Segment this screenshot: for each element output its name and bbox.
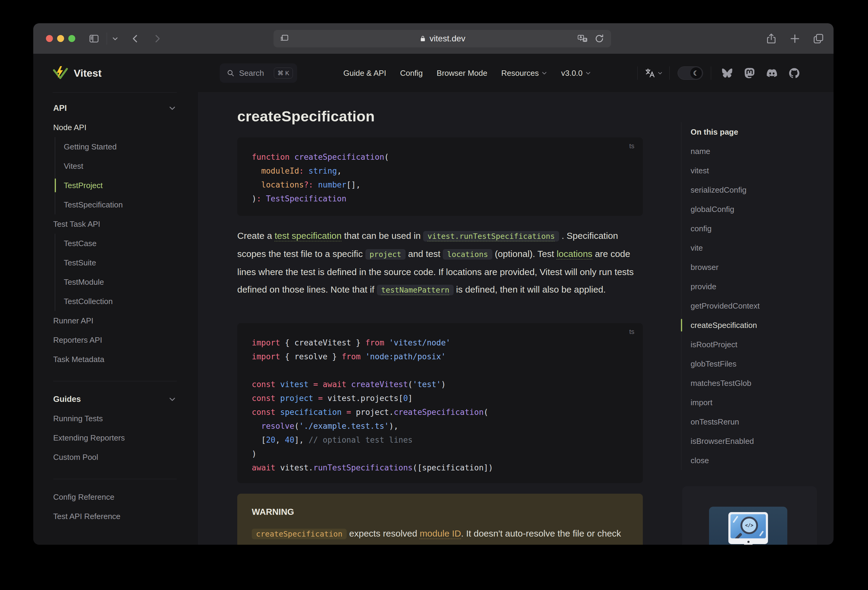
toc-item-serializedconfig[interactable]: serializedConfig — [691, 180, 814, 200]
code-token — [304, 166, 309, 175]
nav-dropdown-label: v3.0.0 — [561, 69, 583, 78]
dark-mode-toggle[interactable]: ☾ — [678, 66, 703, 80]
discord-icon[interactable] — [767, 68, 777, 78]
sidebar-section-guides[interactable]: Guides — [33, 390, 198, 409]
nav-dropdown-resources[interactable]: Resources — [501, 69, 547, 78]
sidebar-item-task-metadata[interactable]: Task Metadata — [33, 350, 198, 369]
toc-item-name[interactable]: name — [691, 141, 814, 161]
page-settings-icon[interactable] — [280, 34, 289, 44]
toc-item-vitest[interactable]: vitest — [691, 161, 814, 180]
sidebar-item-node-api[interactable]: Node API — [33, 118, 198, 137]
sidebar-section-title: Guides — [53, 395, 81, 404]
sidebar-item-extending-reporters[interactable]: Extending Reporters — [33, 428, 198, 447]
toc-title: On this page — [691, 122, 814, 141]
code-lines: import { createVitest } from 'vitest/nod… — [237, 323, 643, 475]
sidebar-item-getting-started[interactable]: Getting Started — [55, 137, 198, 156]
mastodon-icon[interactable] — [744, 68, 755, 78]
code-token: ([ — [413, 463, 422, 472]
share-icon[interactable] — [765, 32, 777, 45]
code-token: vitest. — [280, 463, 313, 472]
toc-item-globtestfiles[interactable]: globTestFiles — [691, 354, 814, 374]
toc-item-isbrowserenabled[interactable]: isBrowserEnabled — [691, 431, 814, 451]
language-menu[interactable] — [644, 68, 663, 78]
code-token: = — [346, 408, 351, 417]
doc-link-locations[interactable]: locations — [557, 249, 592, 259]
sidebar-item-reporters-api[interactable]: Reporters API — [33, 330, 198, 350]
sidebar-item-testcase[interactable]: TestCase — [55, 234, 198, 253]
code-token: ] — [408, 394, 413, 403]
toc-item-vite[interactable]: vite — [691, 238, 814, 257]
close-window-button[interactable] — [46, 35, 53, 42]
moon-icon: ☾ — [690, 67, 702, 79]
nav-link-guide-api[interactable]: Guide & API — [343, 69, 386, 78]
browser-sidebar-toggle-icon[interactable] — [89, 23, 99, 54]
sponsor-card[interactable]: </> — [682, 486, 817, 545]
code-token — [346, 380, 351, 389]
toc-item-import[interactable]: import — [691, 393, 814, 412]
monitor-graphic: </> — [728, 512, 768, 544]
search-input[interactable]: Search ⌘ K — [220, 63, 297, 83]
bluesky-icon[interactable] — [722, 68, 732, 78]
code-token: } — [351, 338, 365, 347]
code-token: project. — [356, 408, 394, 417]
sidebar-item-test-api-reference[interactable]: Test API Reference — [33, 507, 198, 526]
code-token: : — [299, 166, 304, 175]
toc-item-matchestestglob[interactable]: matchesTestGlob — [691, 374, 814, 393]
translate-page-icon[interactable] — [577, 34, 588, 44]
brand-name: Vitest — [74, 67, 102, 79]
inline-code-link-vitest-runtestspecifications[interactable]: vitest.runTestSpecifications — [423, 231, 559, 241]
doc-link-module-id[interactable]: module ID — [420, 528, 461, 539]
sidebar-item-vitest[interactable]: Vitest — [55, 156, 198, 176]
code-line: await vitest.runTestSpecifications([spec… — [252, 461, 634, 475]
text-run: expects resolved — [347, 528, 420, 539]
sidebar-item-testmodule[interactable]: TestModule — [55, 272, 198, 292]
sidebar-item-runner-api[interactable]: Runner API — [33, 311, 198, 330]
sidebar-item-testproject[interactable]: TestProject — [55, 176, 198, 195]
nav-link-config[interactable]: Config — [400, 69, 423, 78]
sidebar-item-testcollection[interactable]: TestCollection — [55, 292, 198, 311]
sidebar: Vitest APINode APIGetting StartedVitestT… — [33, 54, 198, 545]
toc-item-browser[interactable]: browser — [691, 257, 814, 277]
tab-overview-icon[interactable] — [812, 32, 824, 45]
sidebar-item-running-tests[interactable]: Running Tests — [33, 409, 198, 428]
minimize-window-button[interactable] — [57, 35, 64, 42]
toc-item-close[interactable]: close — [691, 451, 814, 470]
forward-button-icon[interactable] — [151, 23, 163, 54]
toc-item-getprovidedcontext[interactable]: getProvidedContext — [691, 296, 814, 316]
new-tab-icon[interactable] — [789, 32, 801, 45]
code-token: 20 — [266, 436, 275, 444]
sidebar-item-testspecification[interactable]: TestSpecification — [55, 195, 198, 214]
sidebar-section-api[interactable]: API — [33, 99, 198, 118]
address-bar[interactable]: vitest.dev — [273, 30, 611, 47]
code-token: [ — [252, 436, 266, 444]
toc-item-config[interactable]: config — [691, 219, 814, 238]
toc-item-provide[interactable]: provide — [691, 277, 814, 296]
nav-dropdown-v3-0-0[interactable]: v3.0.0 — [561, 69, 591, 78]
search-placeholder: Search — [239, 69, 264, 78]
zoom-window-button[interactable] — [68, 35, 75, 42]
url-text[interactable]: vitest.dev — [430, 34, 465, 44]
code-token — [275, 463, 280, 472]
github-icon[interactable] — [789, 68, 799, 78]
toc-item-ontestsrerun[interactable]: onTestsRerun — [691, 412, 814, 431]
doc-link-test-specification[interactable]: test specification — [275, 231, 341, 241]
sidebar-item-custom-pool[interactable]: Custom Pool — [33, 447, 198, 467]
back-button-icon[interactable] — [129, 23, 142, 54]
sidebar-item-testsuite[interactable]: TestSuite — [55, 253, 198, 272]
code-token: { — [280, 352, 294, 361]
code-line: resolve('./example.test.ts'), — [252, 419, 634, 433]
inline-code-link-testnamepattern[interactable]: testNamePattern — [377, 285, 454, 295]
code-token — [252, 422, 261, 431]
brand-logo[interactable]: Vitest — [33, 54, 198, 93]
toc-item-createspecification[interactable]: createSpecification — [691, 316, 814, 335]
code-token: 0 — [403, 394, 408, 403]
toc-item-globalconfig[interactable]: globalConfig — [691, 200, 814, 219]
toc-item-isrootproject[interactable]: isRootProject — [691, 335, 814, 354]
reload-icon[interactable] — [594, 34, 604, 44]
code-token: = — [313, 380, 318, 389]
nav-link-browser-mode[interactable]: Browser Mode — [437, 69, 487, 78]
code-lines: function createSpecification( moduleId: … — [237, 137, 643, 206]
sidebar-chevron-down-icon[interactable] — [111, 23, 120, 54]
sidebar-item-test-task-api[interactable]: Test Task API — [33, 214, 198, 234]
sidebar-item-config-reference[interactable]: Config Reference — [33, 487, 198, 507]
